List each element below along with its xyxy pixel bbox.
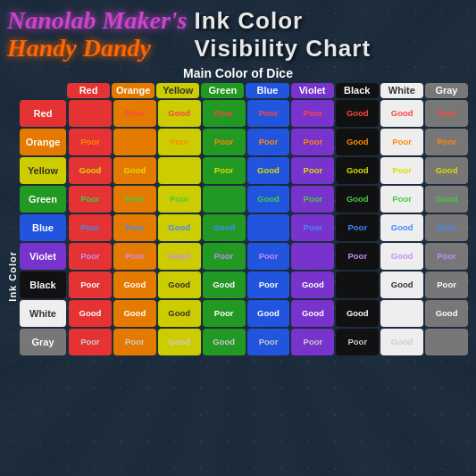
table-cell — [247, 214, 290, 241]
table-cell: Good — [336, 186, 379, 213]
table-row: GrayPoorPoorGoodGoodPoorPoorPoorGood — [20, 329, 469, 355]
table-cell: Poor — [203, 129, 246, 155]
col-header-orange: Orange — [112, 83, 154, 98]
table-cell: Poor — [203, 100, 246, 127]
row-label-violet: Violet — [20, 243, 66, 270]
table-cell: Poor — [69, 214, 112, 241]
row-label-black: Black — [20, 271, 66, 298]
row-label-blue: Blue — [20, 214, 66, 241]
table-cell — [291, 243, 334, 270]
table-cell: Poor — [291, 157, 334, 184]
row-label-spacer — [20, 83, 66, 98]
table-cell: Poor — [69, 129, 112, 155]
ink-color-label: Ink Color — [7, 251, 18, 302]
title-line2: Visibility Chart — [194, 35, 371, 63]
col-header-yellow: Yellow — [156, 83, 199, 98]
table-cell: Poor — [247, 329, 290, 355]
table-cell: Poor — [113, 329, 156, 355]
table-cell: Poor — [380, 129, 423, 155]
table-cell: Poor — [203, 157, 246, 184]
table-cell — [336, 271, 379, 298]
table-cell: Poor — [69, 271, 112, 298]
table-cell: Good — [380, 100, 423, 127]
table-cell: Poor — [158, 129, 201, 155]
table-row: YellowGoodGoodPoorGoodPoorGoodPoorGood — [20, 157, 469, 184]
table-cell: Good — [203, 214, 246, 241]
title-line1: Ink Color — [194, 7, 371, 35]
table-cell: Good — [291, 300, 334, 327]
col-header-violet: Violet — [291, 83, 334, 98]
subtitle: Main Color of Dice — [7, 66, 469, 80]
logo-line1: Nanolab Maker's — [7, 7, 187, 35]
table-cell: Poor — [69, 329, 112, 355]
row-label-yellow: Yellow — [20, 157, 66, 184]
row-label-orange: Orange — [20, 129, 66, 155]
table-row: BlackPoorGoodGoodGoodPoorGoodGoodPoor — [20, 271, 469, 298]
table-cell: Poor — [425, 100, 468, 127]
table-cell: Poor — [247, 243, 290, 270]
table-row: BluePoorPoorGoodGoodPoorPoorGoodPoor — [20, 214, 469, 241]
logo-line2: Handy Dandy — [7, 35, 187, 63]
table-row: OrangePoorPoorPoorPoorPoorGoodPoorPoor — [20, 129, 469, 155]
table-cell: Poor — [336, 214, 379, 241]
table-cell: Poor — [247, 129, 290, 155]
title-block: Ink Color Visibility Chart — [194, 7, 371, 63]
table-cell: Good — [113, 271, 156, 298]
table-cell: Good — [336, 300, 379, 327]
col-header-white: White — [380, 83, 423, 98]
table-row: WhiteGoodGoodGoodPoorGoodGoodGoodGood — [20, 300, 469, 327]
table-cell: Poor — [291, 329, 334, 355]
table-cell: Good — [69, 300, 112, 327]
table-row: GreenPoorPoorPoorGoodPoorGoodPoorGood — [20, 186, 469, 213]
table-cell: Poor — [291, 214, 334, 241]
logo: Nanolab Maker's Handy Dandy — [7, 7, 187, 63]
table-cell — [425, 329, 468, 355]
table-cell: Good — [425, 157, 468, 184]
table-row: RedPoorGoodPoorPoorPoorGoodGoodPoor — [20, 100, 469, 127]
table-wrapper: Red Orange Yellow Green Blue Violet Blac… — [20, 83, 469, 469]
table-cell: Good — [425, 300, 468, 327]
table-cell: Poor — [291, 186, 334, 213]
table-cell: Good — [203, 329, 246, 355]
table-cell: Poor — [69, 186, 112, 213]
header: Nanolab Maker's Handy Dandy Ink Color Vi… — [7, 7, 469, 63]
table-cell: Good — [380, 243, 423, 270]
table-cell: Good — [380, 214, 423, 241]
table-cell: Good — [158, 300, 201, 327]
col-header-blue: Blue — [246, 83, 288, 98]
table-cell: Poor — [113, 186, 156, 213]
page-wrapper: Nanolab Maker's Handy Dandy Ink Color Vi… — [0, 0, 476, 476]
table-cell: Poor — [380, 186, 423, 213]
table-cell: Good — [158, 243, 201, 270]
table-cell: Good — [158, 329, 201, 355]
row-label-green: Green — [20, 186, 66, 213]
table-cell: Good — [425, 186, 468, 213]
table-cell: Good — [247, 157, 290, 184]
table-cell: Poor — [113, 214, 156, 241]
ink-color-label-wrapper: Ink Color — [7, 83, 18, 469]
table-cell — [380, 300, 423, 327]
row-label-gray: Gray — [20, 329, 66, 355]
table-cell: Poor — [247, 271, 290, 298]
table-cell: Poor — [158, 186, 201, 213]
table-cell: Poor — [291, 129, 334, 155]
table-row: VioletPoorPoorGoodPoorPoorPoorGoodPoor — [20, 243, 469, 270]
table-cell: Good — [158, 100, 201, 127]
table-cell: Good — [158, 271, 201, 298]
col-header-green: Green — [201, 83, 244, 98]
table-cell: Poor — [247, 100, 290, 127]
table-cell: Poor — [425, 271, 468, 298]
table-cell: Poor — [203, 243, 246, 270]
table-cell: Good — [203, 271, 246, 298]
table-cell: Good — [336, 100, 379, 127]
table-cell: Good — [113, 157, 156, 184]
table-cell: Good — [291, 271, 334, 298]
table-cell: Poor — [336, 243, 379, 270]
table-cell: Good — [380, 271, 423, 298]
table-cell: Poor — [69, 243, 112, 270]
col-header-gray: Gray — [425, 83, 468, 98]
table-cell — [113, 129, 156, 155]
table-cell: Poor — [291, 100, 334, 127]
table-cell: Poor — [113, 100, 156, 127]
data-rows: RedPoorGoodPoorPoorPoorGoodGoodPoorOrang… — [20, 100, 469, 357]
